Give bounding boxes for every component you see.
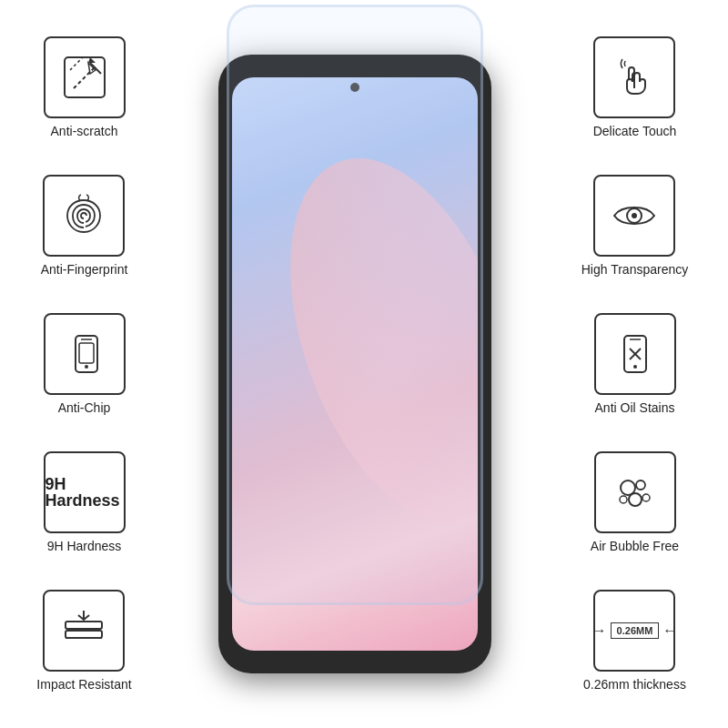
feature-thickness: → 0.26MM ← 0.26mm thickness [583, 590, 686, 692]
phone-display [182, 18, 528, 710]
anti-chip-label: Anti-Chip [58, 400, 111, 415]
screen-overlay [232, 77, 478, 651]
phone-notch [337, 55, 373, 71]
9h-icon-box: 9H Hardness [44, 451, 126, 533]
phone-oil-icon [608, 327, 662, 381]
phone-screen [232, 77, 478, 651]
thickness-value: 0.26MM [611, 622, 660, 639]
9h-hardness-label: 9H Hardness [47, 539, 122, 553]
svg-point-25 [620, 496, 627, 503]
high-transparency-icon-box [593, 175, 675, 257]
svg-point-24 [642, 494, 650, 501]
anti-oil-icon-box [594, 313, 676, 395]
feature-delicate-touch: Delicate Touch [593, 36, 677, 138]
anti-scratch-icon-box [44, 36, 126, 118]
anti-chip-icon-box [44, 313, 126, 395]
svg-line-1 [74, 66, 96, 88]
anti-fingerprint-icon-box [43, 175, 125, 257]
right-features: Delicate Touch High Transparency [551, 18, 719, 710]
feature-high-transparency: High Transparency [581, 175, 689, 277]
thickness-inner: → 0.26MM ← [592, 622, 678, 639]
svg-rect-10 [66, 622, 102, 629]
fingerprint-icon [56, 188, 111, 243]
arrow-left-icon: ← [662, 622, 677, 639]
left-features: Anti-scratch Anti-Fingerprint [9, 18, 159, 710]
arrow-right-icon: → [592, 622, 607, 639]
chip-icon [57, 327, 112, 381]
feature-anti-fingerprint: Anti-Fingerprint [41, 175, 128, 277]
svg-point-18 [633, 365, 637, 369]
impact-icon [56, 603, 111, 658]
phone-body [218, 55, 491, 673]
delicate-touch-icon-box [593, 36, 675, 118]
feature-9h-hardness: 9H Hardness 9H Hardness [44, 451, 126, 553]
feature-impact-resistant: Impact Resistant [36, 590, 131, 692]
delicate-touch-label: Delicate Touch [593, 124, 677, 138]
high-transparency-label: High Transparency [581, 262, 689, 277]
air-bubble-icon-box [594, 451, 676, 533]
svg-point-9 [85, 365, 88, 369]
svg-line-2 [70, 57, 83, 70]
9h-text: 9H Hardness [46, 476, 124, 509]
main-container: Anti-scratch Anti-Fingerprint [0, 0, 728, 728]
scratch-icon [57, 50, 112, 105]
eye-icon [607, 188, 662, 243]
bubble-icon [608, 465, 662, 520]
feature-anti-scratch: Anti-scratch [44, 36, 126, 138]
anti-scratch-label: Anti-scratch [51, 124, 118, 138]
impact-resistant-label: Impact Resistant [36, 677, 131, 692]
impact-icon-box [43, 590, 125, 672]
svg-rect-8 [79, 343, 94, 363]
svg-point-22 [636, 480, 645, 490]
svg-rect-11 [66, 631, 102, 638]
thickness-label: 0.26mm thickness [583, 677, 686, 692]
feature-anti-oil: Anti Oil Stains [594, 313, 676, 415]
feature-air-bubble: Air Bubble Free [591, 451, 679, 553]
anti-oil-label: Anti Oil Stains [595, 400, 675, 415]
svg-point-15 [632, 213, 637, 218]
air-bubble-label: Air Bubble Free [591, 539, 679, 553]
thickness-arrows: → 0.26MM ← [592, 622, 678, 639]
anti-fingerprint-label: Anti-Fingerprint [41, 262, 128, 277]
svg-point-23 [629, 493, 642, 506]
feature-anti-chip: Anti-Chip [44, 313, 126, 415]
thickness-icon-box: → 0.26MM ← [593, 590, 675, 672]
touch-icon [607, 50, 662, 105]
